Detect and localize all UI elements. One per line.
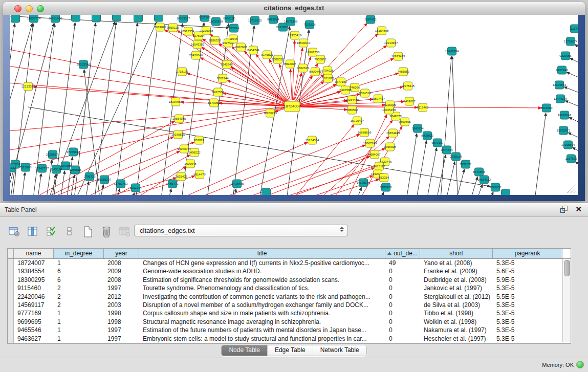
table-cell[interactable]: Tourette syndrome. Phenomenology and cla… <box>139 284 385 292</box>
network-edge[interactable] <box>19 172 25 195</box>
network-node[interactable]: 9245652 <box>489 183 502 191</box>
network-node[interactable]: 3624514 <box>359 89 371 97</box>
table-cell[interactable]: Franke et al. (2009) <box>420 267 493 275</box>
table-cell[interactable]: Jankovic et al. (1997) <box>420 284 493 292</box>
network-node[interactable]: 8822037 <box>284 60 296 68</box>
table-cell[interactable]: Estimation of significance thresholds fo… <box>139 276 385 284</box>
table-cell[interactable]: 5.3E-5 <box>493 259 562 267</box>
table-cell[interactable]: 9465546 <box>14 326 54 334</box>
table-cell[interactable]: 9699695 <box>14 318 54 326</box>
network-node[interactable]: 12444134 <box>554 95 568 103</box>
table-cell[interactable]: Tibbo et al. (1998) <box>420 309 493 317</box>
network-node[interactable]: 19654923 <box>386 129 400 137</box>
network-node[interactable]: 9699695 <box>399 118 411 126</box>
table-cell[interactable]: 0 <box>385 293 420 301</box>
network-edge[interactable] <box>292 40 294 100</box>
network-node[interactable]: 10958107 <box>98 176 112 184</box>
network-node[interactable]: 2588520 <box>272 55 284 63</box>
table-row[interactable]: 946362711997Embryonic stem cells: a mode… <box>8 335 571 343</box>
table-cell[interactable]: Dudbridge et al. (2008) <box>420 276 493 284</box>
table-cell[interactable]: 5.9E-5 <box>493 276 562 284</box>
table-cell[interactable]: 0 <box>385 301 420 309</box>
network-node[interactable]: 7955812 <box>314 55 326 63</box>
network-edge[interactable] <box>133 23 158 195</box>
network-node[interactable]: 16210643 <box>558 111 572 119</box>
table-row[interactable]: 1872400712008Changes of HCN gene express… <box>8 259 571 267</box>
network-node[interactable]: 1795725 <box>83 172 96 181</box>
network-node[interactable]: 8454749 <box>247 46 259 54</box>
table-cell[interactable]: Wolkin et al. (1998) <box>420 318 493 326</box>
network-node[interactable]: 15751074 <box>564 37 578 46</box>
network-node[interactable] <box>92 15 101 22</box>
network-node[interactable]: 1609948 <box>184 160 197 168</box>
network-node[interactable]: 9485771 <box>166 180 179 188</box>
network-node[interactable] <box>134 15 143 22</box>
network-node[interactable]: 2087682 <box>364 15 377 24</box>
table-vertical-scrollbar[interactable] <box>562 259 571 342</box>
network-edge[interactable] <box>10 81 285 106</box>
table-cell[interactable]: Stergiakouli et al. (2012) <box>420 293 493 301</box>
network-node[interactable]: 1250515 <box>69 166 81 174</box>
column-header-in_degree[interactable]: in_degree <box>54 249 104 258</box>
table-cell[interactable]: 2012 <box>104 293 139 301</box>
table-row[interactable]: 1456911722003Disruption of a novel membe… <box>8 301 571 309</box>
network-node[interactable]: 10654112 <box>477 176 491 184</box>
network-node[interactable]: 12093872 <box>553 81 567 89</box>
network-node[interactable]: 16033809 <box>209 17 223 26</box>
network-node[interactable]: 16154808 <box>375 27 389 35</box>
network-node[interactable]: 8427552 <box>212 88 224 96</box>
network-node[interactable]: 16782753 <box>114 180 128 188</box>
table-cell[interactable]: 5.3E-5 <box>493 301 562 309</box>
table-cell[interactable]: 5.3E-5 <box>493 318 562 326</box>
network-node[interactable]: 10719155 <box>248 16 262 25</box>
network-edge[interactable] <box>276 125 354 195</box>
network-node[interactable]: 9275054 <box>192 32 205 40</box>
table-cell[interactable]: 0 <box>385 267 420 275</box>
table-cell[interactable]: 1 <box>54 309 104 317</box>
network-node[interactable]: 15720407 <box>351 117 364 125</box>
network-node[interactable]: 12213383 <box>21 82 35 91</box>
table-cell[interactable]: 1 <box>54 326 104 334</box>
network-node[interactable]: 14055724 <box>27 15 41 23</box>
network-edge[interactable] <box>423 148 437 195</box>
network-edge[interactable] <box>10 169 15 195</box>
network-edge[interactable] <box>297 81 324 102</box>
network-node[interactable]: 1615112 <box>374 162 386 170</box>
network-node[interactable]: 2935114 <box>450 152 463 161</box>
table-cell[interactable]: de Silva et al. (2003) <box>420 301 493 309</box>
column-header-title[interactable]: title <box>139 249 385 258</box>
column-header-short[interactable]: short <box>420 249 493 258</box>
network-node[interactable]: 15184554 <box>306 136 319 144</box>
network-node[interactable]: 9463627 <box>403 97 416 105</box>
table-row[interactable]: 911546021997Tourette syndrome. Phenomeno… <box>8 284 571 292</box>
network-node[interactable] <box>262 188 271 195</box>
network-node[interactable]: 10653287 <box>177 15 190 23</box>
network-node[interactable]: 9474444 <box>441 146 453 154</box>
show-column-icon[interactable] <box>27 226 39 238</box>
network-node[interactable]: 2803144 <box>216 74 229 82</box>
network-node[interactable]: 9329966 <box>559 52 572 60</box>
network-node[interactable]: 12325419 <box>288 31 302 39</box>
network-edge[interactable] <box>205 157 370 195</box>
row-height-icon[interactable] <box>63 226 76 238</box>
column-header-name[interactable]: name <box>14 249 54 258</box>
network-edge[interactable] <box>413 141 426 195</box>
network-node[interactable]: 7663822 <box>154 23 166 31</box>
table-cell[interactable]: 1997 <box>104 335 139 343</box>
network-node[interactable]: 8813054 <box>267 15 279 24</box>
network-edge[interactable] <box>567 72 578 80</box>
column-header-pagerank[interactable]: pagerank <box>493 249 562 258</box>
table-cell[interactable]: 5.3E-5 <box>493 284 562 292</box>
network-node[interactable]: 2718176 <box>176 68 188 76</box>
network-node[interactable]: 7986532 <box>346 106 358 114</box>
network-edge[interactable] <box>284 30 309 195</box>
table-row[interactable]: 946554611997Estimation of the future num… <box>8 326 571 334</box>
scrollbar-thumb[interactable] <box>564 260 570 276</box>
table-cell[interactable]: 5.6E-5 <box>493 267 562 275</box>
table-cell[interactable]: 1 <box>54 335 104 343</box>
network-node[interactable]: 1167533 <box>565 155 578 163</box>
table-cell[interactable]: 5.3E-5 <box>493 309 562 317</box>
network-node[interactable]: 857224 <box>229 24 239 32</box>
table-cell[interactable]: 6 <box>54 267 104 275</box>
network-node[interactable]: 6497568 <box>339 86 352 94</box>
